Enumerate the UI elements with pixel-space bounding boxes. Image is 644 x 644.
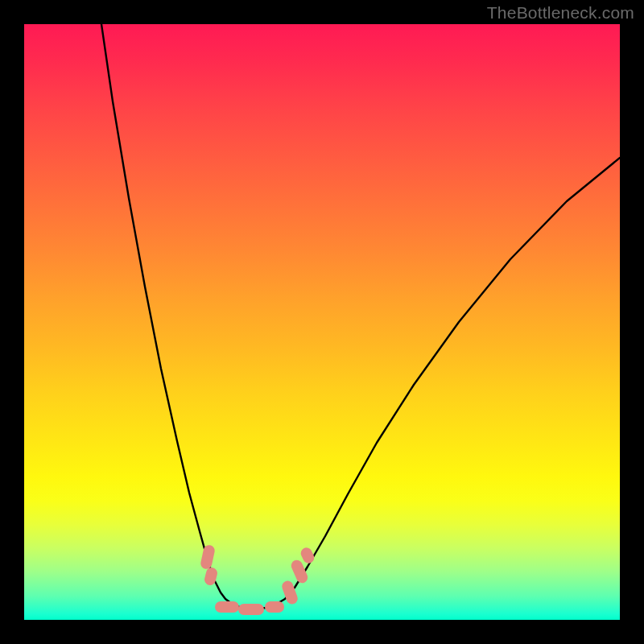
watermark-text: TheBottleneck.com <box>487 3 634 23</box>
valley-marker <box>215 601 239 613</box>
valley-marker <box>265 601 284 613</box>
curve-path <box>101 24 620 609</box>
plot-area <box>24 24 620 620</box>
bottleneck-curve <box>24 24 620 620</box>
chart-frame: TheBottleneck.com <box>0 0 644 644</box>
valley-marker <box>238 604 264 615</box>
